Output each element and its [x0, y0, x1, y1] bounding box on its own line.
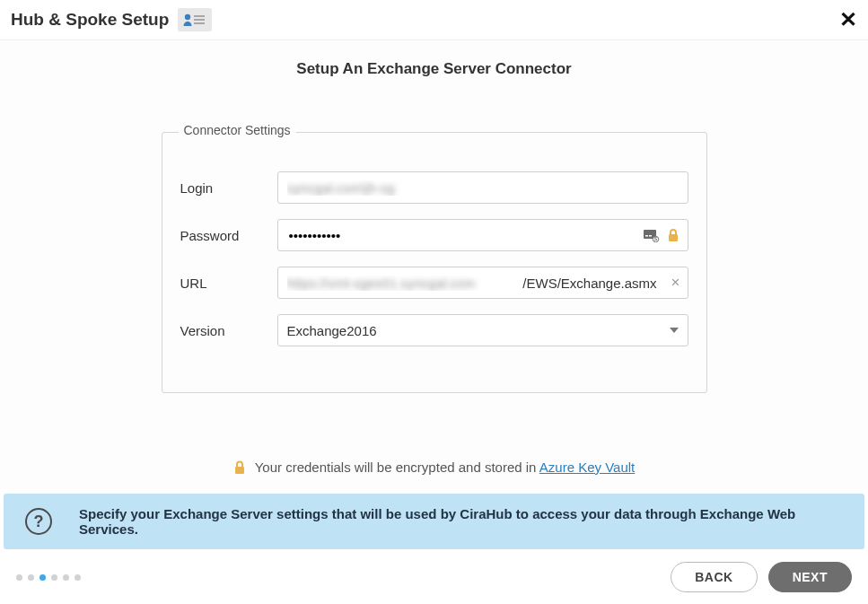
svg-rect-9 — [669, 234, 678, 241]
clear-url-icon[interactable]: × — [664, 274, 688, 292]
url-suffix: /EWS/Exchange.asmx — [515, 276, 663, 291]
svg-rect-2 — [194, 19, 205, 21]
contact-list-icon — [178, 8, 212, 31]
password-input[interactable] — [287, 227, 639, 244]
help-icon: ? — [25, 508, 52, 535]
credentials-note-text: Your credentials will be encrypted and s… — [255, 460, 539, 475]
chevron-down-icon — [670, 328, 679, 333]
help-banner: ? Specify your Exchange Server settings … — [4, 494, 864, 549]
next-button[interactable]: NEXT — [768, 562, 852, 592]
close-icon[interactable]: ✕ — [839, 9, 857, 31]
svg-point-0 — [185, 14, 190, 20]
step-dot — [51, 574, 57, 581]
lock-icon — [233, 460, 246, 478]
page-title: Setup An Exchange Server Connector — [0, 60, 868, 78]
version-value: Exchange2016 — [287, 323, 670, 338]
azure-key-vault-link[interactable]: Azure Key Vault — [539, 460, 635, 475]
svg-rect-10 — [235, 467, 244, 474]
connector-settings-fieldset: Connector Settings Login Password — [162, 132, 707, 393]
svg-rect-5 — [645, 235, 648, 237]
svg-rect-1 — [194, 15, 205, 17]
secret-store-icon[interactable]: S — [643, 228, 661, 242]
step-dot — [39, 574, 46, 581]
help-text: Specify your Exchange Server settings th… — [79, 506, 843, 537]
login-input[interactable] — [277, 171, 688, 204]
step-dot — [16, 574, 22, 581]
fieldset-legend: Connector Settings — [179, 123, 296, 137]
step-dot — [75, 574, 81, 581]
url-input[interactable] — [278, 276, 516, 291]
step-dots — [16, 574, 81, 581]
url-label: URL — [180, 276, 277, 291]
step-dot — [63, 574, 69, 581]
login-label: Login — [180, 180, 277, 196]
step-dot — [28, 574, 34, 581]
svg-rect-3 — [194, 22, 205, 24]
svg-rect-6 — [649, 235, 652, 237]
version-select[interactable]: Exchange2016 — [277, 314, 688, 346]
wizard-title: Hub & Spoke Setup — [11, 10, 169, 30]
version-label: Version — [180, 323, 277, 338]
password-label: Password — [180, 228, 277, 243]
credentials-note: Your credentials will be encrypted and s… — [0, 460, 868, 478]
lock-icon[interactable] — [664, 228, 682, 242]
back-button[interactable]: BACK — [671, 562, 757, 592]
